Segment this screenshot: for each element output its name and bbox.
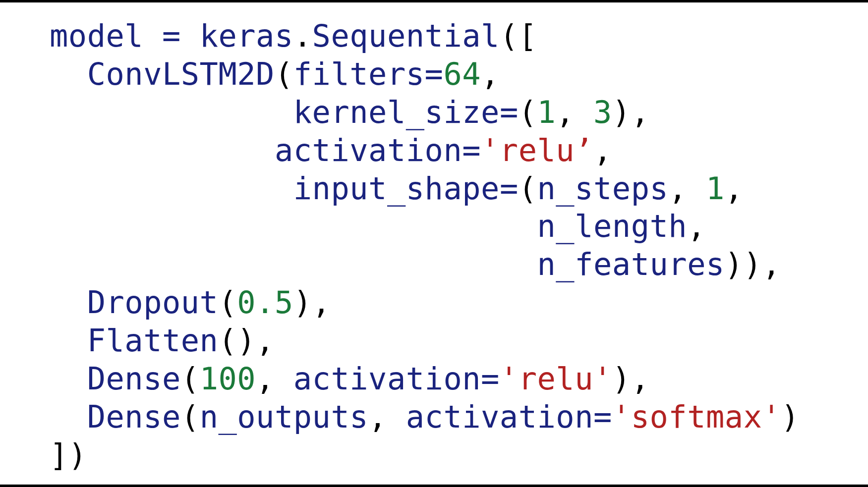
code-token-var: Flatten [87,323,219,359]
code-token-var: activation [293,361,481,397]
code-token-plain [50,284,87,321]
code-token-num: 64 [443,56,481,92]
code-token-str: 'relu’ [481,132,593,168]
code-token-plain [50,361,87,397]
code-token-plain: ([ [500,18,537,54]
code-token-var: Sequential [312,18,500,54]
code-token-plain: ( [181,361,200,397]
code-token-num: 100 [200,361,256,397]
code-token-plain [50,170,293,207]
code-token-num: 1 [706,170,725,207]
code-block: model = keras.Sequential([ ConvLSTM2D(fi… [50,17,868,475]
code-token-plain [50,94,293,130]
code-token-plain: , [368,399,406,435]
code-token-var: = [500,170,519,207]
code-token-var: n_outputs [200,399,368,435]
code-token-plain: ( [181,399,200,435]
code-token-var: = [462,132,481,168]
code-token-plain [50,323,87,359]
code-token-plain [50,132,275,168]
code-token-plain: )), [725,246,781,282]
code-token-var: = [162,18,181,54]
code-token-var: n_features [537,246,725,282]
code-token-plain [50,399,87,435]
code-token-var: input_shape [293,170,500,207]
code-token-var: n_length [537,208,688,244]
code-token-plain: ( [519,170,537,207]
code-token-var: = [481,361,500,397]
code-token-plain: , [556,94,593,130]
code-token-var: Dropout [87,284,219,321]
code-slide-frame: model = keras.Sequential([ ConvLSTM2D(fi… [0,0,868,487]
code-token-plain [50,56,87,92]
code-token-var: kernel_size [293,94,500,130]
code-token-var: filters [293,56,425,92]
code-token-str: 'relu' [500,361,612,397]
code-token-plain: ), [612,361,650,397]
code-token-plain [143,18,162,54]
code-token-plain: , [256,361,293,397]
code-token-num: 3 [593,94,612,130]
code-token-var: activation [275,132,462,168]
code-token-var: = [593,399,612,435]
code-token-plain: , [668,170,706,207]
code-token-var: = [425,56,444,92]
code-token-plain: ) [781,399,800,435]
code-token-plain: ), [293,284,331,321]
code-token-plain: ( [275,56,293,92]
code-token-plain: , [725,170,744,207]
code-token-plain: , [593,132,612,168]
code-token-plain: , [481,56,500,92]
code-token-plain: ( [519,94,537,130]
code-token-var: activation [406,399,593,435]
code-token-plain [181,18,200,54]
code-token-var: keras [200,18,293,54]
code-token-var: = [500,94,519,130]
code-token-plain: ( [218,284,237,321]
code-token-var: model [50,18,143,54]
code-token-plain [50,208,537,244]
code-token-var: Dense [87,399,181,435]
code-token-plain: (), [218,323,274,359]
code-token-plain [50,246,537,282]
code-token-plain: ]) [50,437,87,473]
code-token-plain: . [293,18,312,54]
code-token-num: 0.5 [237,284,293,321]
code-token-var: ConvLSTM2D [87,56,275,92]
code-token-plain: , [687,208,706,244]
code-token-var: n_steps [537,170,669,207]
code-token-str: 'softmax' [612,399,781,435]
code-token-var: Dense [87,361,181,397]
code-token-num: 1 [537,94,556,130]
code-token-plain: ), [612,94,650,130]
